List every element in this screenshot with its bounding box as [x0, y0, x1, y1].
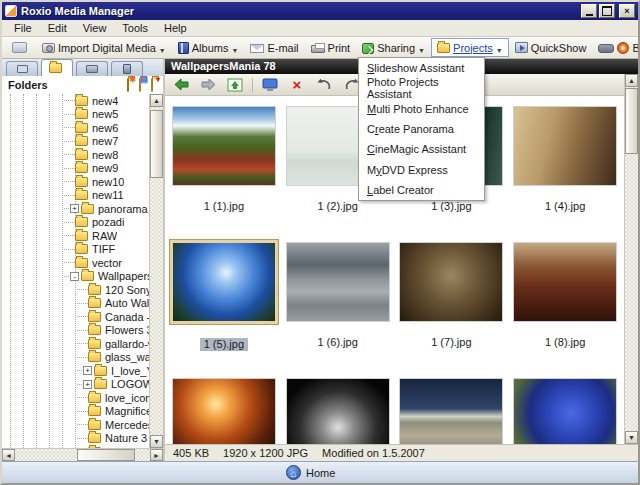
- projects-button[interactable]: Projects▼: [431, 38, 509, 57]
- rotate-left-button[interactable]: [314, 76, 334, 94]
- print-button[interactable]: Print: [305, 38, 357, 57]
- thumbnail-image[interactable]: [172, 106, 276, 186]
- tree-item-tiff[interactable]: TIFF: [2, 243, 149, 257]
- minimize-button[interactable]: [581, 4, 597, 18]
- burn-button[interactable]: Burn: [592, 38, 640, 57]
- tree-item-new10[interactable]: new10: [2, 175, 149, 189]
- scroll-up-icon[interactable]: ▲: [625, 74, 638, 87]
- tree-item-vector[interactable]: vector: [2, 256, 149, 270]
- tab-drives[interactable]: [76, 61, 108, 76]
- menu-edit[interactable]: Edit: [40, 21, 75, 36]
- menu-item-create-panorama[interactable]: Create Panorama: [359, 119, 484, 139]
- collapse-icon[interactable]: -: [70, 272, 79, 281]
- menu-item-slideshow-assistant[interactable]: Slideshow Assistant: [359, 58, 484, 78]
- thumbnail-filename[interactable]: 1 (6).jpg: [313, 336, 361, 349]
- scrollbar-thumb[interactable]: [150, 110, 163, 178]
- tree-item-new4[interactable]: new4: [2, 94, 149, 108]
- tree-item-magnificer[interactable]: Magnificer: [2, 405, 149, 419]
- move-folder-icon[interactable]: ▾: [151, 79, 157, 91]
- tree-item-mercedes[interactable]: Mercedes: [2, 418, 149, 432]
- scroll-down-icon[interactable]: ▼: [625, 431, 638, 444]
- thumbnail-image[interactable]: [286, 378, 390, 444]
- thumbnail-image[interactable]: [286, 242, 390, 322]
- thumbnail-image[interactable]: [399, 242, 503, 322]
- menu-tools[interactable]: Tools: [114, 21, 156, 36]
- menu-view[interactable]: View: [75, 21, 115, 36]
- menu-item-mydvd-express[interactable]: MyDVD Express: [359, 159, 484, 179]
- thumbnail-image[interactable]: [170, 240, 278, 324]
- forward-button[interactable]: [198, 76, 218, 94]
- thumbnail-filename[interactable]: 1 (1).jpg: [200, 200, 248, 213]
- thumbnail-filename[interactable]: 1 (5).jpg: [200, 338, 248, 351]
- tree-item-gallardo-v[interactable]: gallardo-v: [2, 337, 149, 351]
- thumbnail-filename[interactable]: 1 (8).jpg: [541, 336, 589, 349]
- copy-folder-icon[interactable]: ▤: [139, 79, 145, 91]
- tree-item-nature-by[interactable]: Nature by: [2, 445, 149, 448]
- tree-item-new5[interactable]: new5: [2, 108, 149, 122]
- menu-item-cinemagic-assistant[interactable]: CineMagic Assistant: [359, 139, 484, 159]
- tree-item-new6[interactable]: new6: [2, 121, 149, 135]
- menu-file[interactable]: File: [6, 21, 40, 36]
- thumbnail-image[interactable]: [399, 378, 503, 444]
- menu-help[interactable]: Help: [156, 21, 195, 36]
- tree-item-new8[interactable]: new8: [2, 148, 149, 162]
- quickshow-button[interactable]: QuickShow: [509, 38, 593, 57]
- tree-item-love-icon[interactable]: love_icon: [2, 391, 149, 405]
- menu-item-photo-projects-assistant[interactable]: Photo Projects Assistant: [359, 78, 484, 98]
- tree-item-pozadi[interactable]: pozadi: [2, 216, 149, 230]
- thumbnail-image[interactable]: [513, 106, 617, 186]
- maximize-button[interactable]: [599, 4, 615, 18]
- back-button[interactable]: [171, 76, 191, 94]
- expand-icon[interactable]: +: [83, 366, 92, 375]
- expand-icon[interactable]: +: [83, 380, 92, 389]
- slideshow-button[interactable]: [260, 76, 280, 94]
- scrollbar-thumb[interactable]: [77, 449, 135, 461]
- menu-item-multi-photo-enhance[interactable]: Multi Photo Enhance: [359, 99, 484, 119]
- tab-computer[interactable]: [6, 61, 38, 76]
- thumbnail-cell-11[interactable]: [395, 372, 509, 444]
- tree-item-new9[interactable]: new9: [2, 162, 149, 176]
- import-digital-media-button[interactable]: Import Digital Media▼: [36, 38, 172, 57]
- thumbnail-cell-12[interactable]: [508, 372, 622, 444]
- scroll-down-icon[interactable]: ▼: [150, 435, 163, 448]
- thumbnail-cell-6[interactable]: 1 (6).jpg: [281, 236, 395, 372]
- chevron-down-icon[interactable]: ▼: [496, 47, 503, 56]
- tab-folders[interactable]: [41, 59, 73, 76]
- tree-item-logowall[interactable]: +LOGOWall: [2, 378, 149, 392]
- scroll-left-icon[interactable]: ◄: [2, 449, 15, 461]
- tree-horizontal-scrollbar[interactable]: ◄ ►: [2, 448, 163, 461]
- chevron-down-icon[interactable]: ▼: [159, 47, 166, 56]
- scrollbar-thumb[interactable]: [625, 88, 638, 154]
- albums-button[interactable]: Albums▼: [172, 38, 245, 57]
- close-button[interactable]: ×: [619, 4, 635, 18]
- expand-icon[interactable]: +: [70, 204, 79, 213]
- e-mail-button[interactable]: E-mail: [244, 38, 304, 57]
- thumbnail-cell-9[interactable]: [167, 372, 281, 444]
- grid-vertical-scrollbar[interactable]: ▲ ▼: [624, 74, 638, 444]
- media-selector-button[interactable]: [6, 38, 36, 57]
- tree-item-new11[interactable]: new11: [2, 189, 149, 203]
- thumbnail-filename[interactable]: 1 (4).jpg: [541, 200, 589, 213]
- tree-vertical-scrollbar[interactable]: ▲ ▼: [149, 94, 163, 448]
- thumbnail-cell-5[interactable]: 1 (5).jpg: [167, 236, 281, 372]
- scroll-right-icon[interactable]: ►: [150, 449, 163, 461]
- thumbnail-image[interactable]: [513, 378, 617, 444]
- thumbnail-filename[interactable]: 1 (3).jpg: [427, 200, 475, 213]
- menu-item-label-creator[interactable]: Label Creator: [359, 180, 484, 200]
- tree-item-new7[interactable]: new7: [2, 135, 149, 149]
- tree-item-panorama[interactable]: +panorama: [2, 202, 149, 216]
- up-level-button[interactable]: [225, 76, 245, 94]
- tree-item-flowers-3[interactable]: Flowers 3: [2, 324, 149, 338]
- thumbnail-filename[interactable]: 1 (2).jpg: [313, 200, 361, 213]
- tab-devices[interactable]: [111, 61, 143, 76]
- delete-button[interactable]: ×: [287, 76, 307, 94]
- tree-item-auto-wall[interactable]: Auto Wall: [2, 297, 149, 311]
- thumbnail-cell-8[interactable]: 1 (8).jpg: [508, 236, 622, 372]
- tree-item-wallpapers[interactable]: -Wallpapers: [2, 270, 149, 284]
- new-folder-icon[interactable]: ✱: [127, 79, 133, 91]
- chevron-down-icon[interactable]: ▼: [418, 47, 425, 56]
- thumbnail-filename[interactable]: 1 (7).jpg: [427, 336, 475, 349]
- thumbnail-cell-1[interactable]: 1 (1).jpg: [167, 100, 281, 236]
- tree-item-glass-wal[interactable]: glass_wal: [2, 351, 149, 365]
- tree-item-canada-[interactable]: Canada -: [2, 310, 149, 324]
